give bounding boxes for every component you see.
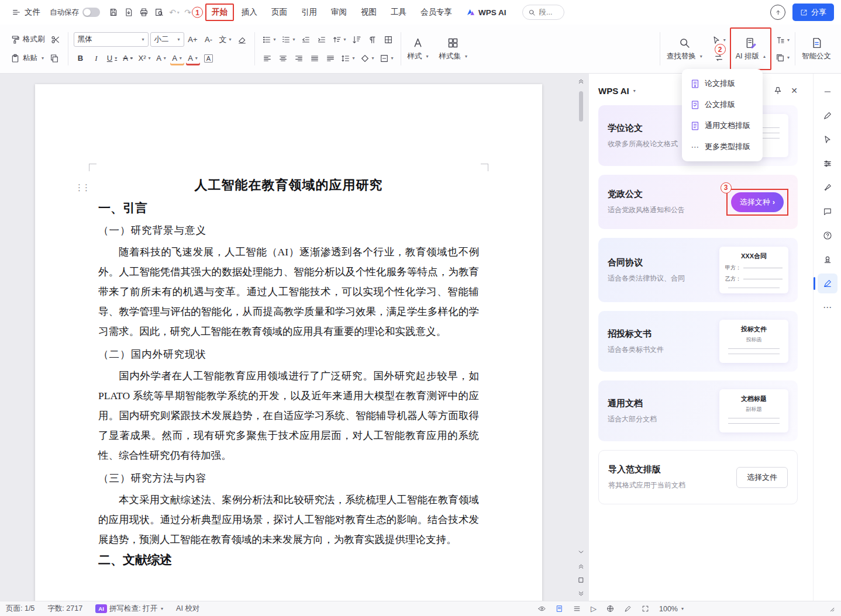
line-spacing-button[interactable]: ▾	[339, 51, 357, 65]
shrink-font-button[interactable]: A-	[202, 32, 216, 47]
align-right-button[interactable]	[292, 51, 306, 65]
font-size-select[interactable]: 小二 ▾	[150, 32, 184, 47]
previous-page-button[interactable]	[575, 560, 587, 572]
zoom-control[interactable]: 100% ▾	[659, 605, 684, 613]
tab-home[interactable]: 1 开始	[205, 4, 234, 21]
close-panel-button[interactable]: ✕	[791, 86, 798, 95]
align-center-button[interactable]	[276, 51, 290, 65]
print-button[interactable]	[136, 5, 151, 20]
arrange-button[interactable]: ▾	[774, 50, 791, 65]
cut-button[interactable]	[49, 32, 63, 47]
borders-button[interactable]	[381, 32, 395, 47]
card-party-gov-doc[interactable]: 党政公文 适合党政风格通知和公告 3 选择文种 ›	[598, 175, 798, 229]
card-contract[interactable]: 合同协议 适合各类法律协议、合同 XXX合同 甲方： 乙方：	[598, 238, 798, 302]
text-tool-button[interactable]: ▾	[774, 33, 791, 47]
tab-view[interactable]: 视图	[354, 4, 383, 20]
comment-button[interactable]	[818, 202, 837, 222]
numbered-list-button[interactable]: ▾	[280, 32, 297, 47]
paste-button[interactable]: 粘贴 ▾	[9, 51, 46, 65]
drag-handle-icon[interactable]: ⋮⋮	[75, 182, 89, 193]
shading-button[interactable]: ▾	[359, 51, 376, 65]
help-button[interactable]	[818, 226, 837, 245]
save-button[interactable]	[106, 5, 121, 20]
tab-references[interactable]: 引用	[295, 4, 323, 20]
superscript-button[interactable]: X²▾	[137, 51, 153, 65]
undo-button[interactable]: ↶▾	[167, 5, 182, 20]
web-view-button[interactable]	[606, 605, 614, 612]
collapse-panel-button[interactable]	[818, 82, 837, 102]
seal-button[interactable]	[818, 250, 837, 269]
style-set-button[interactable]: 样式集▾	[434, 27, 473, 70]
menu-item-more-layout-types[interactable]: ⋯ 更多类型排版	[685, 136, 759, 157]
pin-panel-button[interactable]	[773, 86, 783, 95]
bullet-list-button[interactable]: ▾	[260, 32, 278, 47]
export-button[interactable]	[121, 5, 136, 20]
collapse-ruler-button[interactable]	[575, 75, 587, 86]
autosave-control[interactable]: 自动保存	[50, 8, 100, 18]
phonetic-guide-button[interactable]: 文▾	[218, 32, 233, 47]
format-brush-button[interactable]	[818, 178, 837, 198]
fullscreen-play-button[interactable]: ▷	[591, 604, 597, 613]
page-indicator[interactable]: 页面: 1/5	[6, 604, 35, 614]
tab-review[interactable]: 审阅	[325, 4, 353, 20]
sort-button[interactable]	[350, 32, 364, 47]
styles-button[interactable]: 样式▾	[402, 27, 434, 70]
justify-button[interactable]	[308, 51, 322, 65]
smart-doc-button[interactable]: 智能公文	[797, 27, 836, 70]
edit-mode-button[interactable]	[624, 605, 632, 612]
border-style-button[interactable]: ▾	[378, 51, 395, 65]
select-tool-button[interactable]	[818, 130, 837, 150]
menu-item-official-doc-layout[interactable]: 公文排版	[685, 94, 759, 115]
format-painter-button[interactable]: 格式刷	[9, 32, 47, 47]
card-bidding-doc[interactable]: 招投标文书 适合各类标书文件 投标文件 投标函	[598, 311, 798, 372]
outline-view-button[interactable]	[573, 605, 581, 612]
strikethrough-button[interactable]: A▾	[121, 51, 135, 65]
scroll-down-button[interactable]	[575, 546, 587, 558]
fit-page-button[interactable]	[642, 605, 649, 612]
clear-format-button[interactable]	[235, 32, 249, 47]
font-name-select[interactable]: 黑体 ▾	[74, 32, 149, 47]
document-page[interactable]: ⋮⋮ 人工智能在教育领域的应用研究 一、引言 （一）研究背景与意义 随着科技的飞…	[35, 84, 542, 601]
select-file-button[interactable]: 选择文件	[736, 467, 788, 488]
search-input[interactable]	[539, 8, 563, 16]
tab-tools[interactable]: 工具	[384, 4, 413, 20]
print-preview-button[interactable]	[151, 5, 167, 20]
tab-member[interactable]: 会员专享	[414, 4, 459, 20]
more-tools-button[interactable]: ⋯	[818, 297, 837, 317]
panel-title-menu[interactable]: WPS AI ▾	[598, 86, 636, 96]
document-canvas[interactable]: ⋮⋮ 人工智能在教育领域的应用研究 一、引言 （一）研究背景与意义 随着科技的飞…	[0, 74, 588, 601]
menu-item-general-doc-layout[interactable]: 通用文档排版	[685, 115, 759, 136]
spellcheck-control[interactable]: AI 拼写检查: 打开 ▾	[95, 604, 163, 614]
tab-wps-ai[interactable]: WPS AI	[460, 5, 513, 20]
scrollbar-thumb[interactable]	[579, 91, 583, 122]
menu-item-paper-layout[interactable]: 论文排版	[685, 73, 759, 94]
underline-button[interactable]: U▾	[105, 51, 119, 65]
highlight-color-button[interactable]: A▾	[170, 51, 184, 65]
text-direction-button[interactable]: ▾	[330, 32, 348, 47]
ai-proofread-button[interactable]: AI 校对	[176, 604, 199, 614]
distribute-button[interactable]	[323, 51, 337, 65]
decrease-indent-button[interactable]	[299, 32, 313, 47]
search-box[interactable]	[522, 5, 564, 20]
italic-button[interactable]: I	[89, 51, 104, 65]
vertical-scrollbar[interactable]	[573, 74, 588, 601]
file-menu-button[interactable]: 文件	[7, 4, 45, 20]
text-effects-button[interactable]: A▾	[154, 51, 168, 65]
card-general-doc[interactable]: 通用文档 适合大部分文档 文档标题 副标题	[598, 380, 798, 441]
ai-layout-button[interactable]: 2 AI 排版▴	[730, 27, 771, 70]
find-replace-button[interactable]: 查找替换▾	[661, 27, 708, 70]
character-border-button[interactable]: A	[202, 51, 216, 65]
adjust-settings-button[interactable]	[818, 154, 837, 174]
resize-handle[interactable]	[828, 605, 835, 612]
page-view-button[interactable]	[556, 605, 563, 612]
show-marks-button[interactable]	[366, 32, 380, 47]
copy-button[interactable]	[47, 51, 61, 65]
signature-tool-button[interactable]	[818, 274, 837, 293]
grow-font-button[interactable]: A+	[186, 32, 200, 47]
select-doc-type-button[interactable]: 选择文种 ›	[731, 192, 784, 212]
bold-button[interactable]: B	[74, 51, 88, 65]
eye-protect-button[interactable]	[538, 605, 546, 612]
word-count[interactable]: 字数: 2717	[47, 604, 82, 614]
upload-button[interactable]	[770, 5, 785, 20]
autosave-toggle[interactable]	[82, 8, 100, 17]
